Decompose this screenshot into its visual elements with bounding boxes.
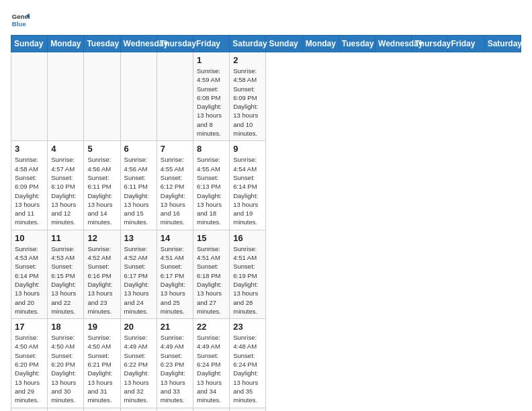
day-number: 23 [233,322,262,332]
calendar-cell: 14Sunrise: 4:51 AM Sunset: 6:17 PM Dayli… [157,230,193,318]
calendar-cell: 26Sunrise: 4:48 AM Sunset: 6:27 PM Dayli… [84,408,120,411]
logo: General Blue [11,11,32,30]
day-number: 8 [197,144,226,154]
calendar-cell: 10Sunrise: 4:53 AM Sunset: 6:14 PM Dayli… [11,230,48,318]
day-info: Sunrise: 4:50 AM Sunset: 6:21 PM Dayligh… [87,333,116,404]
day-number: 15 [197,233,226,243]
calendar-table: SundayMondayTuesdayWednesdayThursdayFrid… [11,35,521,411]
page-header: General Blue [11,11,521,30]
calendar-cell: 6Sunrise: 4:56 AM Sunset: 6:11 PM Daylig… [120,141,157,230]
calendar-cell: 22Sunrise: 4:49 AM Sunset: 6:24 PM Dayli… [193,319,230,408]
day-info: Sunrise: 4:52 AM Sunset: 6:17 PM Dayligh… [124,244,153,316]
day-number: 20 [124,322,153,332]
header-saturday: Saturday [230,36,266,52]
day-number: 7 [161,144,189,154]
header-thursday: Thursday [412,36,448,52]
header-wednesday: Wednesday [120,36,157,52]
day-info: Sunrise: 4:56 AM Sunset: 6:11 PM Dayligh… [87,155,116,226]
header-tuesday: Tuesday [84,36,120,52]
calendar-cell: 29Sunrise: 4:48 AM Sunset: 6:29 PM Dayli… [193,408,230,411]
day-number: 21 [161,322,189,332]
day-info: Sunrise: 4:55 AM Sunset: 6:12 PM Dayligh… [161,155,189,226]
calendar-week-4: 17Sunrise: 4:50 AM Sunset: 6:20 PM Dayli… [11,319,521,408]
calendar-cell: 25Sunrise: 4:48 AM Sunset: 6:26 PM Dayli… [48,408,84,411]
calendar-cell [48,52,84,141]
header-tuesday: Tuesday [339,36,375,52]
day-info: Sunrise: 4:56 AM Sunset: 6:11 PM Dayligh… [124,155,153,226]
day-info: Sunrise: 4:49 AM Sunset: 6:24 PM Dayligh… [197,333,226,404]
day-number: 18 [51,322,80,332]
day-number: 3 [15,144,44,154]
calendar-cell: 24Sunrise: 4:48 AM Sunset: 6:25 PM Dayli… [11,408,48,411]
header-monday: Monday [48,36,84,52]
calendar-week-3: 10Sunrise: 4:53 AM Sunset: 6:14 PM Dayli… [11,230,521,318]
calendar-cell: 3Sunrise: 4:58 AM Sunset: 6:09 PM Daylig… [11,141,48,230]
calendar-cell: 15Sunrise: 4:51 AM Sunset: 6:18 PM Dayli… [193,230,230,318]
calendar-week-2: 3Sunrise: 4:58 AM Sunset: 6:09 PM Daylig… [11,141,521,230]
day-info: Sunrise: 4:54 AM Sunset: 6:14 PM Dayligh… [233,155,262,226]
calendar-cell: 4Sunrise: 4:57 AM Sunset: 6:10 PM Daylig… [48,141,84,230]
logo-icon: General Blue [11,11,30,30]
calendar-cell: 5Sunrise: 4:56 AM Sunset: 6:11 PM Daylig… [84,141,120,230]
day-number: 1 [197,55,226,65]
calendar-cell: 8Sunrise: 4:55 AM Sunset: 6:13 PM Daylig… [193,141,230,230]
header-wednesday: Wednesday [375,36,412,52]
header-monday: Monday [302,36,339,52]
svg-text:General: General [12,13,30,20]
day-info: Sunrise: 4:48 AM Sunset: 6:24 PM Dayligh… [233,333,262,404]
day-number: 11 [51,233,80,243]
svg-text:Blue: Blue [12,20,26,28]
day-number: 9 [233,144,262,154]
calendar-cell: 30Sunrise: 4:48 AM Sunset: 6:30 PM Dayli… [230,408,266,411]
day-number: 22 [197,322,226,332]
day-info: Sunrise: 4:57 AM Sunset: 6:10 PM Dayligh… [51,155,80,226]
day-info: Sunrise: 4:50 AM Sunset: 6:20 PM Dayligh… [15,333,44,404]
calendar-week-5: 24Sunrise: 4:48 AM Sunset: 6:25 PM Dayli… [11,408,521,411]
header-friday: Friday [193,36,230,52]
day-number: 13 [124,233,153,243]
day-number: 14 [161,233,189,243]
header-sunday: Sunday [11,36,48,52]
calendar-header-row: SundayMondayTuesdayWednesdayThursdayFrid… [11,36,521,52]
day-number: 16 [233,233,262,243]
calendar-cell: 13Sunrise: 4:52 AM Sunset: 6:17 PM Dayli… [120,230,157,318]
day-info: Sunrise: 4:49 AM Sunset: 6:23 PM Dayligh… [161,333,189,404]
header-friday: Friday [448,36,484,52]
day-info: Sunrise: 4:58 AM Sunset: 6:09 PM Dayligh… [15,155,44,226]
day-info: Sunrise: 4:52 AM Sunset: 6:16 PM Dayligh… [87,244,116,316]
day-info: Sunrise: 4:51 AM Sunset: 6:18 PM Dayligh… [197,244,226,316]
calendar-cell [84,52,120,141]
calendar-cell [157,52,193,141]
calendar-week-1: 1Sunrise: 4:59 AM Sunset: 6:08 PM Daylig… [11,52,521,141]
day-number: 4 [51,144,80,154]
day-info: Sunrise: 4:51 AM Sunset: 6:19 PM Dayligh… [233,244,262,316]
calendar-cell: 12Sunrise: 4:52 AM Sunset: 6:16 PM Dayli… [84,230,120,318]
calendar-cell: 19Sunrise: 4:50 AM Sunset: 6:21 PM Dayli… [84,319,120,408]
calendar-cell: 11Sunrise: 4:53 AM Sunset: 6:15 PM Dayli… [48,230,84,318]
day-number: 17 [15,322,44,332]
day-number: 5 [87,144,116,154]
day-number: 12 [87,233,116,243]
day-info: Sunrise: 4:49 AM Sunset: 6:22 PM Dayligh… [124,333,153,404]
calendar-cell: 27Sunrise: 4:48 AM Sunset: 6:27 PM Dayli… [120,408,157,411]
day-number: 6 [124,144,153,154]
header-sunday: Sunday [266,36,302,52]
calendar-cell: 16Sunrise: 4:51 AM Sunset: 6:19 PM Dayli… [230,230,266,318]
day-info: Sunrise: 4:53 AM Sunset: 6:14 PM Dayligh… [15,244,44,316]
day-number: 2 [233,55,262,65]
calendar-cell: 23Sunrise: 4:48 AM Sunset: 6:24 PM Dayli… [230,319,266,408]
day-info: Sunrise: 4:58 AM Sunset: 6:09 PM Dayligh… [233,66,262,138]
day-info: Sunrise: 4:55 AM Sunset: 6:13 PM Dayligh… [197,155,226,226]
day-number: 10 [15,233,44,243]
header-thursday: Thursday [157,36,193,52]
calendar-cell: 9Sunrise: 4:54 AM Sunset: 6:14 PM Daylig… [230,141,266,230]
calendar-cell: 2Sunrise: 4:58 AM Sunset: 6:09 PM Daylig… [230,52,266,141]
calendar-cell: 1Sunrise: 4:59 AM Sunset: 6:08 PM Daylig… [193,52,230,141]
calendar-cell [120,52,157,141]
day-info: Sunrise: 4:53 AM Sunset: 6:15 PM Dayligh… [51,244,80,316]
calendar-cell: 7Sunrise: 4:55 AM Sunset: 6:12 PM Daylig… [157,141,193,230]
header-saturday: Saturday [484,36,521,52]
calendar-cell: 21Sunrise: 4:49 AM Sunset: 6:23 PM Dayli… [157,319,193,408]
calendar-cell: 28Sunrise: 4:48 AM Sunset: 6:28 PM Dayli… [157,408,193,411]
day-info: Sunrise: 4:59 AM Sunset: 6:08 PM Dayligh… [197,66,226,138]
